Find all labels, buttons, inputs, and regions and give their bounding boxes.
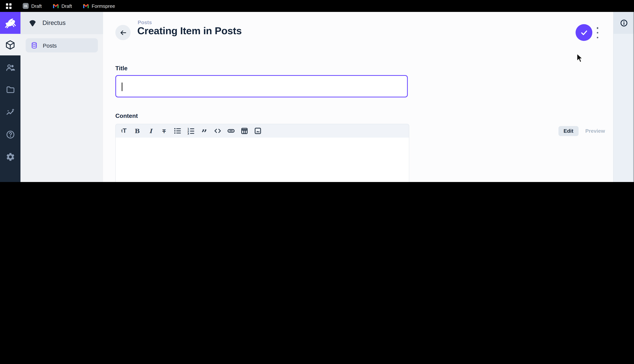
sidebar-item-label: Posts [43, 42, 57, 48]
content-editor-area[interactable] [115, 138, 409, 182]
title-input[interactable] [115, 75, 408, 98]
database-icon [31, 42, 38, 49]
svg-text:3: 3 [187, 132, 189, 134]
gmail-icon [83, 4, 89, 8]
directus-rabbit-icon [4, 17, 17, 28]
project-name: Directus [43, 19, 66, 27]
main-content: Posts Creating Item in Posts Title Conte… [103, 12, 613, 182]
table-icon[interactable] [241, 127, 248, 134]
insights-icon [6, 108, 15, 117]
more-options-button[interactable] [595, 27, 600, 38]
edit-mode-button[interactable]: Edit [558, 126, 578, 136]
window-right-edge [633, 12, 634, 182]
tab-label: Formspree [92, 3, 115, 9]
browser-tab-draft-gmail[interactable]: Draft [53, 3, 72, 9]
browser-tab-draft-calendar[interactable]: 31 Draft [23, 3, 42, 9]
browser-tab-formspree[interactable]: Formspree [83, 3, 115, 9]
check-icon [579, 28, 588, 37]
module-settings[interactable] [0, 150, 21, 164]
browser-tab-bar: 31 Draft Draft Formspree [0, 0, 634, 12]
info-sidebar [613, 12, 634, 182]
arrow-left-icon [119, 28, 127, 36]
module-content[interactable] [0, 34, 21, 56]
text-size-icon[interactable]: tT [120, 127, 128, 134]
bullet-list-icon[interactable] [174, 127, 181, 134]
title-label: Title [115, 65, 128, 72]
project-chooser[interactable]: Directus [21, 12, 103, 34]
editor-toolbar: tT B I T 123 ” [115, 124, 409, 138]
page-title: Creating Item in Posts [137, 25, 242, 37]
tab-label: Draft [31, 3, 42, 9]
link-icon[interactable] [227, 127, 235, 134]
folder-icon [6, 85, 15, 94]
tab-label: Draft [61, 3, 72, 9]
module-documentation[interactable] [0, 127, 21, 142]
content-label: Content [115, 113, 138, 119]
sidebar-item-posts[interactable]: Posts [26, 38, 98, 52]
info-sidebar-header[interactable] [613, 12, 634, 34]
navigation-sidebar: Directus Posts [21, 12, 103, 182]
module-bar [0, 12, 21, 182]
calendar-icon: 31 [23, 3, 29, 9]
info-icon [620, 19, 628, 27]
tab-overview-grid-icon[interactable] [6, 3, 12, 9]
text-caret [122, 82, 122, 91]
save-button[interactable] [575, 24, 592, 41]
directus-logo-button[interactable] [0, 12, 21, 34]
preview-mode-button[interactable]: Preview [580, 126, 610, 136]
back-button[interactable] [115, 25, 131, 40]
directus-admin-window: 31 Draft Draft Formspree [0, 0, 634, 182]
strikethrough-icon[interactable]: T [160, 127, 168, 134]
code-icon[interactable] [214, 127, 221, 134]
mouse-cursor [576, 53, 584, 63]
image-icon[interactable] [254, 127, 262, 134]
module-insights[interactable] [0, 105, 21, 120]
users-icon [6, 63, 15, 72]
fan-icon [29, 19, 37, 27]
help-icon [6, 130, 15, 140]
blockquote-icon[interactable]: ” [201, 125, 208, 137]
numbered-list-icon[interactable]: 123 [187, 127, 195, 134]
bold-icon[interactable]: B [134, 127, 141, 134]
box-icon [5, 40, 15, 50]
gmail-icon [53, 4, 59, 8]
breadcrumb[interactable]: Posts [138, 19, 152, 25]
module-file-library[interactable] [0, 82, 21, 97]
editor-mode-switch: Edit Preview [558, 124, 610, 138]
italic-icon[interactable]: I [147, 127, 154, 134]
gear-icon [6, 152, 15, 162]
module-user-directory[interactable] [0, 60, 21, 75]
